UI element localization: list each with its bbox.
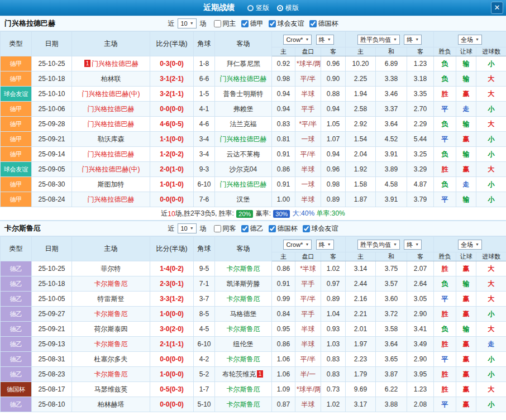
euro-draw-odds: 3.64 [376,337,407,352]
league-cell: 德甲 [1,192,32,207]
team-name-text: 云达不莱梅 [227,150,260,158]
handicap-cell: 半球 [295,192,321,207]
bookmaker-dropdown[interactable]: Crow*▼ [283,35,312,45]
team-name-text: 柏林赫塔 [98,400,125,408]
checkbox-input[interactable] [309,20,317,27]
filter-checkbox[interactable]: 德乙 [241,224,264,233]
filter-checkbox[interactable]: 德国杯 [269,224,298,233]
asian-away-odds: 1.02 [321,261,346,276]
filter-checkbox[interactable]: 同主 [214,19,236,28]
euro-home-odds: 1.87 [346,192,376,207]
euro-draw-odds: 3.87 [376,367,407,382]
scope-dropdown[interactable]: 全场▼ [458,240,482,250]
corner-cell: 4-1 [194,102,215,117]
home-team-cell: 门兴格拉德巴赫 [72,147,150,162]
match-row: 德乙25-10-05特雷斯登3-3(1-2)3-7卡尔斯鲁厄0.99平/半0.8… [1,292,506,307]
euro-home-odds: 2.44 [346,276,376,292]
asian-away-odds: 0.96 [321,56,346,71]
handicap-cell: 半球 [295,162,321,177]
handicap-result: 赢 [456,292,476,307]
euro-away-odds: 3.49 [407,337,434,352]
checkbox-label: 德国杯 [278,224,298,233]
score-cell: 0-3(0-0) [150,56,194,71]
checkbox-input[interactable] [269,20,276,27]
avg-odds-dropdown[interactable]: 胜平负均值▼ [357,35,400,45]
asian-stage-dropdown[interactable]: 终▼ [316,35,334,45]
scope-dropdown[interactable]: 全场▼ [458,35,482,45]
euro-home-odds: 2.23 [346,352,376,367]
away-team-cell: 卡尔斯鲁厄 [215,352,272,367]
avg-odds-dropdown[interactable]: 胜平负均值▼ [357,240,400,250]
filter-bar: 近 10▼ 场 同客德乙德国杯球会友谊 [168,223,338,233]
radio-vertical-layout[interactable]: 竖版 [247,3,269,13]
asian-stage-dropdown[interactable]: 终▼ [316,240,334,250]
filter-checkbox[interactable]: 球会友谊 [269,19,304,28]
match-row: 球会友谊25-09-05门兴格拉德巴赫(中)2-0(1-0)9-3沙尔克040.… [1,162,506,177]
corner-cell: 4-5 [194,322,215,337]
checkbox-input[interactable] [241,20,249,27]
checkbox-input[interactable] [241,225,249,232]
euro-away-odds: 2.07 [407,261,434,276]
euro-draw-odds: 3.58 [376,322,407,337]
bookmaker-value: Crow* [286,36,303,44]
asian-home-odds: 0.87 [272,397,295,412]
league-cell: 球会友谊 [1,87,32,102]
euro-stage-dropdown[interactable]: 终▼ [404,240,422,250]
wdl-result: 平 [434,292,456,307]
goals-result: 小 [476,192,506,207]
close-button[interactable]: ✕ [491,2,503,14]
euro-home-odds: 1.54 [346,132,376,147]
checkbox-input[interactable] [214,20,221,27]
col-asian-home: 主 [272,252,295,261]
date-cell: 25-09-28 [32,117,72,132]
col-euro-away: 客 [407,252,434,261]
bookmaker-dropdown[interactable]: Crow*▼ [283,240,312,250]
asian-away-odds: 1.04 [321,307,346,322]
match-count-dropdown[interactable]: 10▼ [178,223,196,233]
asian-away-odds: 1.02 [321,397,346,412]
euro-home-odds: 1.92 [346,162,376,177]
away-team-cell: 门兴格拉德巴赫 [215,177,272,192]
col-wdl: 胜负 [434,47,456,56]
col-euro-home: 主 [346,252,376,261]
euro-draw-odds: 3.88 [376,397,407,412]
asian-home-odds: 0.86 [272,162,295,177]
col-euro-draw: 和 [376,47,407,56]
asian-home-odds: 0.91 [272,147,295,162]
summary-text: 大:40% [290,209,314,218]
asian-away-odds: 1.03 [321,337,346,352]
col-wdl: 胜负 [434,252,456,261]
euro-away-odds: 3.41 [407,322,434,337]
filter-checkbox[interactable]: 球会友谊 [303,224,338,233]
filter-checkbox[interactable]: 同客 [214,224,236,233]
score-cell: 1-1(0-0) [150,132,194,147]
euro-home-odds: 1.58 [346,177,376,192]
euro-away-odds: 4.87 [407,177,434,192]
col-euro-draw: 和 [376,252,407,261]
asian-home-odds: 1.06 [272,367,295,382]
checkbox-input[interactable] [214,225,221,232]
handicap-cell: 一球 [295,132,321,147]
euro-stage-dropdown[interactable]: 终▼ [404,35,422,45]
col-handicap-result: 让球 [456,47,476,56]
league-cell: 德甲 [1,177,32,192]
radio-horizontal-layout[interactable]: 横版 [277,3,299,13]
goals-result: 大 [476,117,506,132]
handicap-cell: *平/半 [295,117,321,132]
goals-result: 小 [476,307,506,322]
handicap-result: 赢 [456,397,476,412]
euro-home-odds: 10.20 [346,56,376,71]
team-name-text: 菲尔特 [101,265,121,273]
filter-checkbox[interactable]: 德国杯 [309,19,338,28]
away-team-cell: 卡尔斯鲁厄 [215,322,272,337]
checkbox-input[interactable] [269,225,276,232]
euro-home-odds: 2.58 [346,102,376,117]
date-cell: 25-09-21 [32,132,72,147]
home-team-cell: 马瑟维兹英 [72,382,150,397]
summary-text: 近 [161,209,168,218]
col-handicap: 盘口 [295,47,321,56]
match-count-dropdown[interactable]: 10▼ [178,18,196,28]
filter-checkbox[interactable]: 德甲 [241,19,264,28]
near-label: 近 [168,224,174,233]
checkbox-input[interactable] [303,225,310,232]
